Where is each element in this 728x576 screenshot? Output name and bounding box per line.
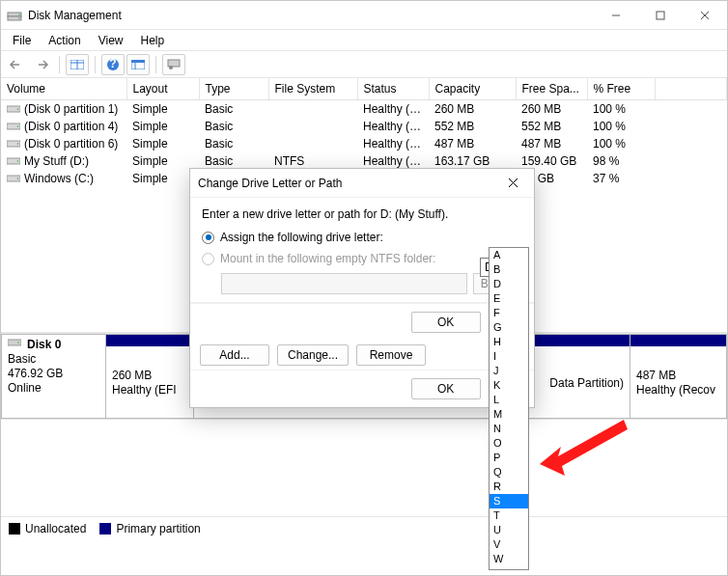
dropdown-option[interactable]: F	[490, 306, 528, 320]
volume-name: (Disk 0 partition 4)	[24, 120, 118, 133]
dropdown-option[interactable]: J	[490, 364, 528, 378]
legend: Unallocated Primary partition	[1, 516, 727, 539]
volume-name: (Disk 0 partition 1)	[24, 102, 118, 116]
volume-free: 487 MB	[516, 135, 587, 152]
volume-capacity: 487 MB	[429, 135, 516, 152]
col-pct[interactable]: % Free	[587, 78, 655, 100]
col-capacity[interactable]: Capacity	[429, 78, 516, 100]
partition[interactable]: 260 MB Healthy (EFI	[106, 335, 193, 418]
drive-letter-dropdown[interactable]: ABDEFGHIJKLMNOPQRSTUVWXYZ	[489, 247, 529, 570]
volume-name: My Stuff (D:)	[24, 154, 89, 168]
volume-fs	[268, 118, 357, 135]
svg-point-27	[17, 178, 19, 179]
dropdown-option[interactable]: A	[490, 248, 528, 262]
window-controls	[594, 1, 727, 29]
dropdown-option[interactable]: X	[490, 566, 528, 570]
dropdown-option[interactable]: E	[490, 291, 528, 306]
dropdown-option[interactable]: H	[490, 335, 528, 349]
volume-status: Healthy (E...	[357, 100, 429, 119]
col-layout[interactable]: Layout	[126, 78, 199, 100]
col-status[interactable]: Status	[357, 78, 429, 100]
settings-button[interactable]	[162, 54, 185, 75]
separator	[59, 56, 60, 73]
menu-action[interactable]: Action	[41, 32, 88, 49]
app-icon	[7, 8, 22, 23]
disk-size: 476.92 GB	[8, 367, 99, 380]
back-button[interactable]	[5, 54, 28, 75]
volume-row[interactable]: (Disk 0 partition 1)SimpleBasicHealthy (…	[1, 100, 727, 119]
col-type[interactable]: Type	[199, 78, 268, 100]
dropdown-option[interactable]: M	[490, 407, 528, 422]
volume-free: 260 MB	[516, 100, 587, 119]
col-volume[interactable]: Volume	[1, 78, 126, 100]
help-button[interactable]: ?	[101, 54, 125, 75]
dropdown-option[interactable]: I	[490, 349, 528, 364]
add-button[interactable]: Add...	[200, 344, 269, 366]
partition-size: 487 MB	[636, 369, 720, 382]
disk-status: Online	[8, 381, 99, 395]
svg-point-19	[17, 108, 19, 110]
volume-type: Basic	[199, 100, 268, 119]
mount-path-input	[221, 273, 467, 294]
dropdown-option[interactable]: U	[490, 523, 528, 537]
volume-layout: Simple	[126, 170, 199, 187]
svg-point-23	[17, 143, 19, 145]
assign-letter-option[interactable]: Assign the following drive letter:	[202, 231, 522, 244]
dialog-close-button[interactable]	[499, 170, 526, 197]
partition[interactable]: 487 MB Healthy (Recov	[630, 335, 726, 418]
forward-button[interactable]	[30, 54, 53, 75]
dropdown-option[interactable]: O	[490, 436, 528, 451]
dropdown-option[interactable]: L	[490, 393, 528, 407]
dropdown-option[interactable]: G	[490, 320, 528, 335]
volume-status: Healthy (R...	[357, 135, 429, 152]
empty-area	[1, 420, 727, 516]
dropdown-option[interactable]: K	[490, 378, 528, 393]
col-free[interactable]: Free Spa...	[516, 78, 587, 100]
volume-layout: Simple	[126, 152, 199, 170]
menu-file[interactable]: File	[5, 32, 39, 49]
disk-type: Basic	[8, 352, 99, 366]
mount-path-row: Bro	[202, 273, 522, 294]
dropdown-option[interactable]: T	[490, 508, 528, 523]
dropdown-option[interactable]: W	[490, 552, 528, 566]
view-graphical-button[interactable]	[126, 54, 150, 75]
inner-ok-button[interactable]: OK	[411, 312, 481, 333]
drive-icon	[7, 122, 20, 131]
ok-button[interactable]: OK	[411, 378, 481, 399]
dialog-footer-buttons: OK Ca	[190, 370, 534, 407]
drive-icon	[7, 156, 20, 166]
svg-point-17	[169, 66, 173, 69]
svg-point-3	[18, 17, 20, 19]
dropdown-option[interactable]: Q	[490, 465, 528, 480]
volume-pct: 100 %	[587, 118, 655, 135]
volume-row[interactable]: (Disk 0 partition 4)SimpleBasicHealthy (…	[1, 118, 727, 135]
menu-help[interactable]: Help	[133, 32, 173, 49]
dropdown-option[interactable]: R	[490, 480, 528, 494]
volume-name: (Disk 0 partition 6)	[24, 137, 118, 151]
close-button[interactable]	[683, 1, 727, 29]
remove-button[interactable]: Remove	[356, 344, 426, 366]
svg-point-25	[17, 160, 19, 162]
volume-layout: Simple	[126, 135, 199, 152]
mount-folder-option[interactable]: Mount in the following empty NTFS folder…	[202, 252, 522, 265]
dropdown-option[interactable]: D	[490, 277, 528, 291]
col-fs[interactable]: File System	[268, 78, 357, 100]
dropdown-option[interactable]: B	[490, 262, 528, 277]
dropdown-option[interactable]: V	[490, 537, 528, 552]
drive-icon	[7, 139, 20, 149]
volume-layout: Simple	[126, 118, 199, 135]
view-list-button[interactable]	[66, 54, 89, 75]
volume-capacity: 552 MB	[429, 118, 516, 135]
minimize-button[interactable]	[594, 1, 638, 29]
change-button[interactable]: Change...	[277, 344, 349, 366]
dropdown-option[interactable]: S	[490, 494, 528, 508]
dropdown-option[interactable]: P	[490, 451, 528, 465]
svg-point-29	[17, 342, 19, 343]
maximize-button[interactable]	[638, 1, 683, 29]
swatch-navy	[99, 523, 111, 535]
disk-info[interactable]: Disk 0 Basic 476.92 GB Online	[1, 334, 105, 419]
menu-view[interactable]: View	[91, 32, 131, 49]
volume-row[interactable]: (Disk 0 partition 6)SimpleBasicHealthy (…	[1, 135, 727, 152]
dropdown-option[interactable]: N	[490, 422, 528, 436]
disk-title: Disk 0	[27, 338, 61, 351]
